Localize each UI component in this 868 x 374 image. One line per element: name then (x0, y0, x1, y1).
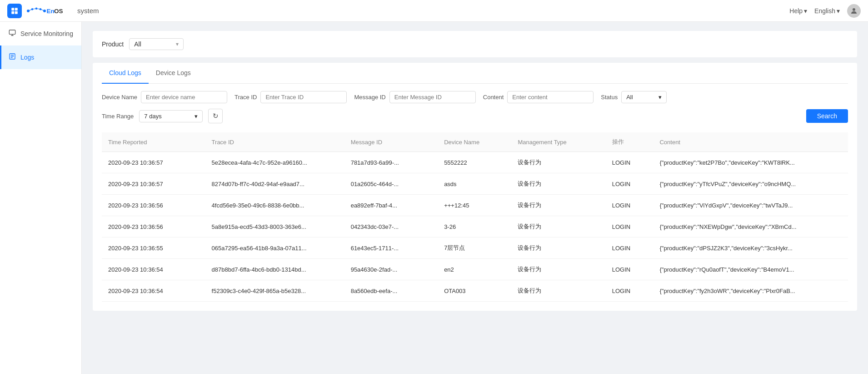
product-select[interactable]: All ▾ (129, 38, 184, 50)
cell-content: {"productKey":"dPSJZ2K3","deviceKey":"3c… (653, 238, 848, 259)
cell-device-name: 3-26 (438, 216, 511, 238)
system-name: system (77, 7, 99, 15)
filter-bar: Product All ▾ (93, 31, 857, 57)
logs-icon (9, 53, 16, 62)
tab-device-logs[interactable]: Device Logs (149, 63, 198, 84)
message-id-input[interactable] (389, 91, 476, 103)
svg-text:En: En (47, 8, 55, 15)
cell-message-id: 042343dc-03e7-... (344, 216, 438, 238)
cell-message-id: 01a2605c-464d-... (344, 173, 438, 195)
chevron-down-icon: ▾ (195, 113, 198, 120)
brand-logo: En OS (25, 5, 66, 16)
cell-device-name: +++12:45 (438, 195, 511, 216)
cell-content: {"productKey":"rQu0aofT","deviceKey":"B4… (653, 259, 848, 280)
cell-content: {"productKey":"NXEWpDgw","deviceKey":"XB… (653, 216, 848, 238)
cell-management-type: 设备行为 (511, 238, 605, 259)
time-range-select[interactable]: 7 days ▾ (139, 110, 203, 122)
device-name-input[interactable] (141, 91, 227, 103)
svg-rect-1 (15, 8, 18, 10)
svg-point-15 (853, 8, 855, 11)
cell-management-type: 设备行为 (511, 173, 605, 195)
cell-content: {"productKey":"fy2h3oWR","deviceKey":"Pl… (653, 280, 848, 302)
search-button[interactable]: Search (806, 109, 848, 123)
product-label: Product (102, 40, 124, 48)
cell-device-name: OTA003 (438, 280, 511, 302)
nav-right-area: Help ▾ English ▾ (789, 4, 861, 18)
cell-operation: LOGIN (606, 280, 653, 302)
cell-management-type: 设备行为 (511, 259, 605, 280)
cell-trace-id: 065a7295-ea56-41b8-9a3a-07a11... (205, 238, 344, 259)
cell-time: 2020-09-23 10:36:56 (102, 195, 205, 216)
cell-trace-id: 4fcd56e9-35e0-49c6-8838-6e0bb... (205, 195, 344, 216)
help-button[interactable]: Help ▾ (789, 7, 807, 15)
svg-rect-16 (9, 30, 15, 34)
trace-id-label: Trace ID (234, 94, 257, 101)
cell-message-id: 8a560edb-eefa-... (344, 280, 438, 302)
table-row: 2020-09-23 10:36:56 5a8e915a-ecd5-43d3-8… (102, 216, 848, 238)
svg-rect-0 (11, 8, 14, 10)
tabs: Cloud Logs Device Logs (102, 63, 848, 84)
status-group: Status All ▾ (601, 91, 667, 103)
refresh-icon: ↻ (213, 112, 219, 120)
cell-message-id: 781a7d93-6a99-... (344, 152, 438, 173)
content-group: Content (483, 91, 594, 103)
service-monitoring-icon (9, 29, 16, 38)
time-row: Time Range 7 days ▾ ↻ Search (102, 109, 848, 123)
trace-id-input[interactable] (260, 91, 347, 103)
cell-operation: LOGIN (606, 152, 653, 173)
table-row: 2020-09-23 10:36:54 f52309c3-c4e0-429f-8… (102, 280, 848, 302)
col-management-type: Management Type (511, 132, 605, 152)
trace-id-group: Trace ID (234, 91, 347, 103)
cell-content: {"productKey":"ViYdGxpV","deviceKey":"tw… (653, 195, 848, 216)
sidebar: Service Monitoring Logs (0, 22, 82, 374)
cell-operation: LOGIN (606, 195, 653, 216)
col-trace-id: Trace ID (205, 132, 344, 152)
col-content: Content (653, 132, 848, 152)
cell-device-name: en2 (438, 259, 511, 280)
table-body: 2020-09-23 10:36:57 5e28ecea-4afa-4c7c-9… (102, 152, 848, 302)
message-id-label: Message ID (354, 94, 385, 101)
sidebar-item-logs[interactable]: Logs (0, 45, 81, 69)
chevron-down-icon: ▾ (658, 94, 662, 101)
chevron-down-icon: ▾ (837, 7, 840, 15)
logo-area: En OS system (7, 4, 99, 18)
app-icon (7, 4, 22, 18)
device-name-group: Device Name (102, 91, 227, 103)
chevron-down-icon: ▾ (804, 7, 807, 15)
cell-trace-id: 8274d07b-ff7c-40d2-94af-e9aad7... (205, 173, 344, 195)
status-label: Status (601, 94, 618, 101)
main-content: Product All ▾ Cloud Logs Device Logs Dev… (82, 22, 868, 374)
cell-management-type: 设备行为 (511, 216, 605, 238)
refresh-button[interactable]: ↻ (208, 109, 223, 123)
search-row-1: Device Name Trace ID Message ID Content … (102, 91, 848, 103)
cell-trace-id: 5e28ecea-4afa-4c7c-952e-a96160... (205, 152, 344, 173)
table-row: 2020-09-23 10:36:56 4fcd56e9-35e0-49c6-8… (102, 195, 848, 216)
language-button[interactable]: English ▾ (814, 7, 840, 15)
table-row: 2020-09-23 10:36:57 5e28ecea-4afa-4c7c-9… (102, 152, 848, 173)
col-operation: 操作 (606, 132, 653, 152)
cell-management-type: 设备行为 (511, 280, 605, 302)
cell-message-id: ea892eff-7baf-4... (344, 195, 438, 216)
enos-logo: En OS (25, 5, 66, 16)
time-range-label: Time Range (102, 113, 134, 120)
cell-device-name: asds (438, 173, 511, 195)
message-id-group: Message ID (354, 91, 475, 103)
avatar[interactable] (847, 4, 861, 18)
cell-time: 2020-09-23 10:36:55 (102, 238, 205, 259)
cell-message-id: 95a4630e-2fad-... (344, 259, 438, 280)
cell-time: 2020-09-23 10:36:57 (102, 152, 205, 173)
tab-cloud-logs[interactable]: Cloud Logs (102, 63, 149, 84)
table-header-row: Time Reported Trace ID Message ID Device… (102, 132, 848, 152)
cell-operation: LOGIN (606, 238, 653, 259)
status-select[interactable]: All ▾ (621, 91, 667, 103)
cell-time: 2020-09-23 10:36:56 (102, 216, 205, 238)
svg-rect-2 (11, 11, 14, 14)
content-label: Content (483, 94, 504, 101)
cell-device-name: 5552222 (438, 152, 511, 173)
cell-time: 2020-09-23 10:36:57 (102, 173, 205, 195)
cell-time: 2020-09-23 10:36:54 (102, 259, 205, 280)
cell-trace-id: 5a8e915a-ecd5-43d3-8003-363e6... (205, 216, 344, 238)
sidebar-item-service-monitoring[interactable]: Service Monitoring (0, 22, 81, 45)
content-input[interactable] (507, 91, 594, 103)
device-name-label: Device Name (102, 94, 137, 101)
